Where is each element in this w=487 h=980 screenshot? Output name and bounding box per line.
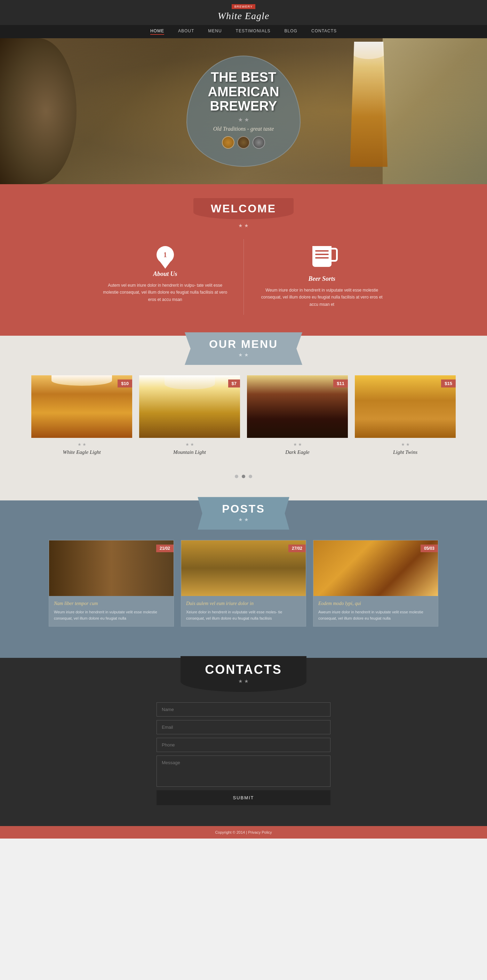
nav-about[interactable]: ABOUT — [178, 29, 194, 35]
post-date-0: 21/02 — [156, 544, 174, 552]
post-text-2: Aweum iriure dolor in hendrerit in vulpu… — [318, 609, 433, 621]
menu-item-3[interactable]: $15 ★ ★ Light Twins — [355, 375, 456, 460]
posts-grid: 21/02 Nam liber tempor cum Weum iriure d… — [0, 530, 487, 637]
welcome-stars: ★ ★ — [0, 223, 487, 229]
post-card-2[interactable]: 05/03 Eodem modo lypi, qui Aweum iriure … — [313, 540, 438, 627]
beer-sorts-title: Beer Sorts — [258, 275, 386, 283]
nav-blog[interactable]: BLOG — [284, 29, 297, 35]
item-name-3: Light Twins — [359, 449, 452, 455]
price-tag-3: $15 — [441, 380, 456, 388]
wheat-decoration — [383, 38, 487, 184]
menu-stars: ★ ★ — [209, 352, 278, 358]
site-header: BREWERY White Eagle HOME ABOUT MENU TEST… — [0, 0, 487, 38]
nav-menu[interactable]: MENU — [208, 29, 222, 35]
welcome-title: WELCOME — [211, 202, 276, 215]
barrel-decoration — [0, 38, 77, 184]
item-stars-0: ★ ★ — [35, 442, 128, 447]
welcome-grid: 1 About Us Autem vel eum iriure dolor in… — [87, 239, 400, 315]
carousel-dot-3[interactable] — [249, 475, 252, 478]
site-title: White Eagle — [0, 10, 487, 22]
item-name-0: White Eagle Light — [35, 449, 128, 455]
menu-item-1[interactable]: $7 ★ ★ Mountain Light — [139, 375, 240, 460]
nav-testimonials[interactable]: TESTIMONIALS — [236, 29, 271, 35]
about-text: Autem vel eum iriure dolor in hendrerit … — [101, 282, 230, 303]
beer-sorts-text: Weum iriure dolor in hendrerit in vulput… — [258, 287, 386, 308]
contacts-title: CONTACTS — [205, 662, 282, 677]
nav-home[interactable]: HOME — [150, 29, 164, 35]
carousel-dot-2[interactable] — [242, 475, 245, 478]
hero-headline: THE BEST AMERICAN BREWERY — [208, 70, 279, 114]
post-title-1: Duis aulem vel eum iriure dolor in — [186, 601, 301, 606]
price-tag-0: $10 — [118, 380, 132, 388]
post-image-0: 21/02 — [49, 540, 174, 596]
menu-item-image-3: $15 — [355, 375, 456, 438]
about-title: About Us — [101, 270, 230, 278]
menu-item-info-2: ★ ★ Dark Eagle — [247, 438, 348, 460]
post-content-0: Nam liber tempor cum Weum iriure dolor i… — [49, 596, 174, 626]
menu-item-2[interactable]: $11 ★ ★ Dark Eagle — [247, 375, 348, 460]
brewery-badge: BREWERY — [232, 4, 255, 9]
posts-section: POSTS ★ ★ 21/02 Nam liber tempor cum Weu… — [0, 500, 487, 658]
hero-stars: ★ ★ — [208, 116, 279, 123]
menu-item-info-1: ★ ★ Mountain Light — [139, 438, 240, 460]
post-image-1: 27/02 — [181, 540, 306, 596]
hero-subtitle: Old Traditions - great taste — [208, 126, 279, 132]
posts-stars: ★ ★ — [222, 517, 265, 523]
post-date-2: 05/03 — [421, 544, 438, 552]
item-name-1: Mountain Light — [143, 449, 236, 455]
beer-mug-container — [258, 246, 386, 270]
contacts-banner: CONTACTS ★ ★ — [180, 656, 306, 692]
contacts-section: CONTACTS ★ ★ SUBMIT — [0, 658, 487, 826]
post-text-1: Xeiure dolor in hendrerit in vulputate v… — [186, 609, 301, 621]
hero-avatars — [208, 136, 279, 149]
welcome-section: WELCOME ★ ★ 1 About Us Autem vel eum iri… — [0, 184, 487, 336]
contacts-header: CONTACTS ★ ★ — [0, 658, 487, 692]
menu-item-info-0: ★ ★ White Eagle Light — [31, 438, 132, 460]
submit-button[interactable]: SUBMIT — [156, 790, 331, 805]
carousel-dot-1[interactable] — [235, 475, 238, 478]
footer-copyright: Copyright © 2014 | Privacy Policy — [4, 830, 483, 834]
menu-section: OUR MENU ★ ★ $10 ★ ★ White Eagle Light $… — [0, 336, 487, 500]
hero-avatar-2[interactable] — [237, 136, 250, 149]
ribbon-circle: 1 — [156, 246, 174, 263]
item-name-2: Dark Eagle — [251, 449, 344, 455]
welcome-banner: WELCOME — [193, 198, 294, 219]
name-input[interactable] — [156, 702, 331, 717]
welcome-about: 1 About Us Autem vel eum iriure dolor in… — [87, 239, 244, 315]
phone-input[interactable] — [156, 738, 331, 752]
post-content-1: Duis aulem vel eum iriure dolor in Xeiur… — [181, 596, 306, 626]
contacts-stars: ★ ★ — [205, 678, 282, 684]
mug-lines — [315, 250, 329, 261]
post-title-0: Nam liber tempor cum — [54, 601, 169, 606]
email-input[interactable] — [156, 720, 331, 734]
posts-title: POSTS — [222, 503, 265, 515]
post-card-1[interactable]: 27/02 Duis aulem vel eum iriure dolor in… — [181, 540, 306, 627]
menu-item-image-1: $7 — [139, 375, 240, 438]
post-card-0[interactable]: 21/02 Nam liber tempor cum Weum iriure d… — [49, 540, 174, 627]
menu-banner: OUR MENU ★ ★ — [185, 332, 302, 365]
message-input[interactable] — [156, 756, 331, 787]
menu-grid: $10 ★ ★ White Eagle Light $7 ★ ★ Mountai… — [0, 365, 487, 470]
item-stars-3: ★ ★ — [359, 442, 452, 447]
menu-header: OUR MENU ★ ★ — [0, 336, 487, 365]
contacts-form: SUBMIT — [156, 702, 331, 805]
beer-mug-icon — [312, 246, 332, 267]
nav-contacts[interactable]: CONTACTS — [311, 29, 337, 35]
posts-banner: POSTS ★ ★ — [198, 497, 289, 530]
menu-item-image-2: $11 — [247, 375, 348, 438]
posts-header: POSTS ★ ★ — [0, 500, 487, 530]
menu-title: OUR MENU — [209, 338, 278, 351]
hero-avatar-3[interactable] — [252, 136, 265, 149]
site-footer: Copyright © 2014 | Privacy Policy — [0, 826, 487, 838]
beer-glass-decoration — [348, 42, 390, 167]
carousel-dots — [0, 473, 487, 480]
price-tag-1: $7 — [228, 380, 240, 388]
item-stars-2: ★ ★ — [251, 442, 344, 447]
post-image-2: 05/03 — [313, 540, 438, 596]
award-icon: 1 — [155, 246, 176, 270]
post-title-2: Eodem modo lypi, qui — [318, 601, 433, 606]
menu-item-0[interactable]: $10 ★ ★ White Eagle Light — [31, 375, 132, 460]
price-tag-2: $11 — [333, 380, 348, 388]
hero-avatar-1[interactable] — [222, 136, 235, 149]
item-stars-1: ★ ★ — [143, 442, 236, 447]
